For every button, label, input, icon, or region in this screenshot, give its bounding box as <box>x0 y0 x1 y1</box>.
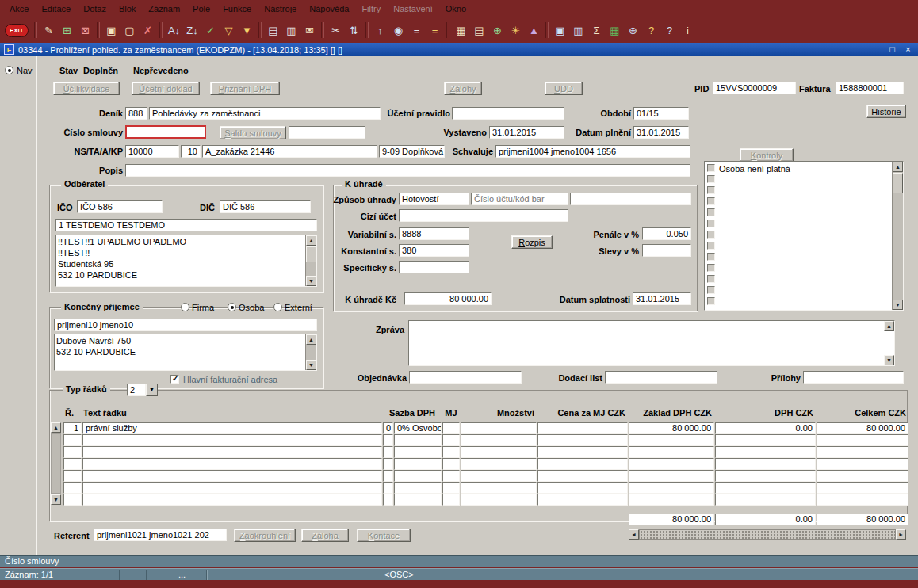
line-item-cell-r7-c3[interactable] <box>383 494 393 506</box>
mail-icon[interactable]: ✉ <box>300 21 319 40</box>
radio-externi-label[interactable]: Externí <box>285 303 312 312</box>
zprava-field[interactable] <box>408 320 895 366</box>
restore-window-button[interactable]: □ <box>886 44 898 55</box>
line-item-cell-r5-c3[interactable] <box>383 470 393 482</box>
line-item-cell-r1-c4[interactable]: 0% Osvobo <box>394 422 442 434</box>
dic-field[interactable]: DIČ 586 <box>220 200 311 213</box>
menu-item-nastavení[interactable]: Nastavení <box>387 2 439 16</box>
line-item-cell-r3-c6[interactable] <box>461 446 537 458</box>
radio-osoba[interactable] <box>228 303 236 311</box>
kontroly-checkbox[interactable] <box>707 242 715 250</box>
scroll-up-icon[interactable]: ▲ <box>306 235 316 246</box>
navigate-up-icon[interactable]: ↑ <box>371 21 389 40</box>
line-item-cell-r1-c5[interactable] <box>442 422 460 434</box>
saldo-smlouvy-button[interactable]: Saldo smlouvy <box>220 126 286 139</box>
line-item-cell-r1-c3[interactable]: 0 <box>383 422 393 434</box>
obdobi-field[interactable]: 01/15 <box>633 107 689 120</box>
line-item-cell-r6-c2[interactable] <box>82 482 382 494</box>
line-item-cell-r4-c6[interactable] <box>461 458 537 470</box>
zprava-scroll-up-icon[interactable]: ▲ <box>884 321 894 331</box>
user-help-icon[interactable]: ? <box>642 21 660 40</box>
kontroly-checkbox[interactable] <box>707 164 715 172</box>
line-item-cell-r7-c2[interactable] <box>82 494 382 506</box>
prilohy-field[interactable] <box>803 371 904 384</box>
close-window-button[interactable]: × <box>902 44 914 55</box>
window-icon[interactable]: ▣ <box>551 21 569 40</box>
popis-field[interactable] <box>125 164 690 177</box>
kontroly-checkbox[interactable] <box>707 275 715 283</box>
variabilni-field[interactable]: 8888 <box>399 227 469 240</box>
notes-icon[interactable]: ▤ <box>470 21 488 40</box>
line-item-cell-r1-c9[interactable]: 0.00 <box>715 422 816 434</box>
line-item-cell-r4-c9[interactable] <box>715 458 816 470</box>
zpusob-uhrady-field[interactable]: Hotovostí <box>399 193 469 205</box>
menu-item-záznam[interactable]: Záznam <box>142 2 186 16</box>
line-item-cell-r5-c2[interactable] <box>82 470 382 482</box>
sort-asc-icon[interactable]: A↓ <box>165 21 183 40</box>
line-item-cell-r4-c4[interactable] <box>394 458 442 470</box>
line-item-cell-r4-c5[interactable] <box>442 458 460 470</box>
radio-osoba-label[interactable]: Osoba <box>239 303 264 312</box>
dodaci-list-field[interactable] <box>605 371 717 384</box>
line-item-cell-r5-c6[interactable] <box>461 470 537 482</box>
scroll-up-icon[interactable]: ▲ <box>893 162 903 172</box>
copy-record-icon[interactable]: ▣ <box>102 21 120 40</box>
line-item-cell-r3-c7[interactable] <box>537 446 628 458</box>
line-item-cell-r2-c3[interactable] <box>383 434 393 446</box>
menu-item-nástroje[interactable]: Nástroje <box>258 2 303 16</box>
ico-field[interactable]: IČO 586 <box>77 200 163 213</box>
line-item-cell-r2-c9[interactable] <box>715 434 816 446</box>
line-item-cell-r5-c7[interactable] <box>537 470 628 482</box>
hscroll-trough[interactable] <box>639 529 896 540</box>
menu-item-dotaz[interactable]: Dotaz <box>77 2 113 16</box>
referent-field[interactable]: prijmeni1021 jmeno1021 202 <box>94 529 227 541</box>
ucetni-pravidlo-field[interactable] <box>452 107 564 120</box>
ns-field-2[interactable]: 10 <box>181 145 201 158</box>
line-item-cell-r6-c10[interactable] <box>817 482 908 494</box>
penale-field[interactable]: 0.050 <box>642 227 691 240</box>
historie-button[interactable]: Historie <box>866 105 906 118</box>
execute-query-icon[interactable]: ▼ <box>238 21 256 40</box>
udd-button[interactable]: UDD <box>545 82 583 95</box>
saldo-field[interactable] <box>289 126 365 139</box>
hscroll-left-icon[interactable]: ◄ <box>629 529 639 540</box>
copy-field-icon[interactable]: ▢ <box>120 21 139 40</box>
radio-firma[interactable] <box>181 303 189 311</box>
menu-item-funkce[interactable]: Funkce <box>216 2 258 16</box>
line-item-cell-r5-c5[interactable] <box>442 470 460 482</box>
line-item-cell-r7-c6[interactable] <box>461 494 537 506</box>
line-item-cell-r1-c1[interactable]: 1 <box>63 422 82 434</box>
search-icon[interactable]: ◉ <box>389 21 407 40</box>
nav-radio[interactable] <box>5 66 13 74</box>
zaokrouhleni-button[interactable]: Zaokrouhlení <box>234 529 296 542</box>
odberatel-name-field[interactable]: 1 TESTDEMO TESTDEMO <box>55 219 317 231</box>
line-item-cell-r2-c1[interactable] <box>63 434 82 446</box>
enter-query-icon[interactable]: ▽ <box>220 21 238 40</box>
web-icon[interactable]: ⊕ <box>624 21 642 40</box>
prijemce-address-list[interactable]: Dubové Návrší 750 532 10 PARDUBICE ▲ ▼ <box>54 334 317 371</box>
radio-firma-label[interactable]: Firma <box>192 303 214 312</box>
line-item-cell-r6-c7[interactable] <box>537 482 628 494</box>
calendar-icon[interactable]: ▦ <box>452 21 470 40</box>
values-icon[interactable]: ▥ <box>569 21 587 40</box>
cislo-smlouvy-field[interactable] <box>125 125 206 139</box>
commit-icon[interactable]: ✓ <box>201 21 220 40</box>
line-item-cell-r2-c2[interactable] <box>82 434 382 446</box>
kontroly-scrollbar[interactable]: ▲ ▼ <box>892 162 903 310</box>
cut-icon[interactable]: ✂ <box>327 21 345 40</box>
radio-externi[interactable] <box>273 303 282 311</box>
menu-item-editace[interactable]: Editace <box>35 2 77 16</box>
line-item-cell-r6-c9[interactable] <box>715 482 816 494</box>
ucetni-doklad-button[interactable]: Účetní doklad <box>132 82 200 95</box>
line-item-cell-r6-c3[interactable] <box>383 482 393 494</box>
prijemce-name-field[interactable]: prijmeni10 jmeno10 <box>54 319 317 331</box>
faktura-field[interactable]: 1588800001 <box>836 82 904 94</box>
line-item-cell-r3-c4[interactable] <box>394 446 442 458</box>
line-item-cell-r4-c8[interactable] <box>629 458 714 470</box>
menu-item-blok[interactable]: Blok <box>113 2 142 16</box>
ns-field-3[interactable]: A_zakázka 21446 <box>202 145 377 158</box>
typ-radku-select[interactable]: 2 <box>127 384 146 396</box>
kontroly-checkbox[interactable] <box>707 186 715 194</box>
rozpis-button[interactable]: Rozpis <box>511 235 553 249</box>
print-preview-icon[interactable]: ▥ <box>282 21 300 40</box>
